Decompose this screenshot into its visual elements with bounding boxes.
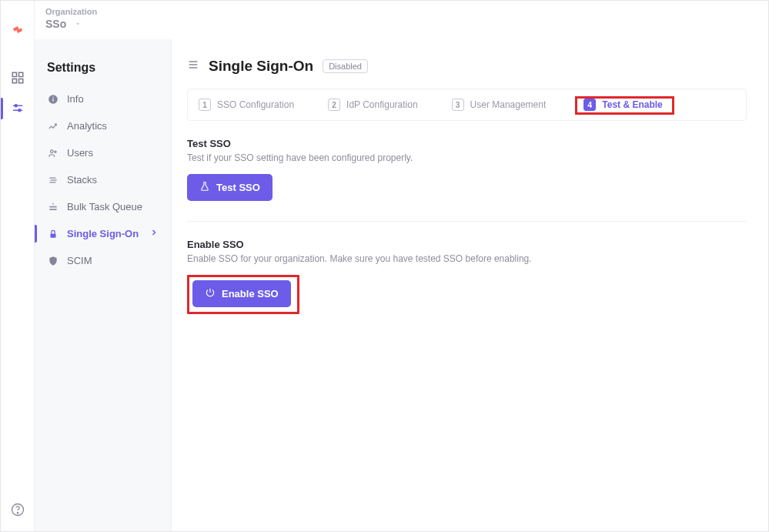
chevron-right-icon [149, 228, 159, 239]
step-number: 3 [452, 99, 464, 111]
svg-rect-1 [18, 72, 22, 76]
step-label: Test & Enable [602, 99, 662, 110]
sidebar-item-label: Info [67, 93, 84, 105]
app-logo [11, 24, 25, 41]
button-label: Enable SSO [222, 288, 279, 299]
annotation-highlight: Enable SSO [187, 275, 299, 314]
sidebar-item-stacks[interactable]: Stacks [35, 166, 171, 193]
rail-item-dashboard[interactable] [1, 62, 34, 93]
lock-icon [47, 229, 59, 239]
step-user-management[interactable]: 3 User Management [452, 99, 547, 111]
stacks-icon [47, 175, 59, 186]
flask-icon [199, 181, 210, 194]
test-sso-button[interactable]: Test SSO [187, 174, 272, 201]
sidebar-item-label: Bulk Task Queue [67, 201, 142, 212]
power-icon [205, 287, 216, 300]
help-icon[interactable] [10, 502, 25, 520]
sidebar-item-label: Analytics [67, 120, 107, 132]
analytics-icon [47, 121, 59, 132]
settings-sidebar: Settings Info Analytics Users [35, 39, 172, 531]
sidebar-item-bulk-task-queue[interactable]: Bulk Task Queue [35, 193, 171, 220]
sidebar-title: Settings [35, 56, 171, 85]
queue-icon [47, 202, 59, 212]
svg-rect-0 [12, 72, 16, 76]
page-title: Single Sign-On [209, 58, 313, 75]
org-select[interactable]: SSo [45, 17, 759, 31]
sidebar-item-label: Single Sign-On [67, 228, 139, 239]
step-number: 2 [328, 99, 340, 111]
button-label: Test SSO [216, 182, 260, 193]
caret-down-icon [74, 17, 82, 31]
step-tabs: 1 SSO Configuration 2 IdP Configuration … [187, 89, 747, 121]
step-label: User Management [470, 99, 547, 110]
shield-icon [47, 256, 59, 266]
sidebar-item-analytics[interactable]: Analytics [35, 112, 171, 139]
sidebar-item-scim[interactable]: SCIM [35, 247, 171, 274]
section-desc: Enable SSO for your organization. Make s… [187, 253, 747, 264]
step-number: 1 [199, 99, 211, 111]
main-content: Single Sign-On Disabled 1 SSO Configurat… [172, 39, 768, 531]
menu-toggle-icon[interactable] [187, 59, 199, 74]
step-sso-configuration[interactable]: 1 SSO Configuration [199, 99, 294, 111]
section-title: Test SSO [187, 138, 747, 149]
sidebar-item-label: SCIM [67, 255, 92, 266]
svg-point-5 [15, 105, 17, 107]
org-bar: Organization SSo [35, 1, 768, 39]
svg-rect-10 [52, 96, 53, 97]
users-icon [47, 148, 59, 159]
step-label: IdP Configuration [346, 99, 418, 110]
svg-point-7 [18, 109, 20, 112]
svg-point-12 [55, 151, 56, 152]
status-badge: Disabled [323, 59, 368, 73]
svg-point-11 [51, 149, 54, 152]
svg-rect-3 [18, 79, 22, 83]
sidebar-item-single-sign-on[interactable]: Single Sign-On [35, 220, 171, 247]
test-sso-section: Test SSO Test if your SSO setting have b… [187, 138, 747, 201]
svg-rect-16 [51, 233, 56, 237]
rail-item-settings[interactable] [1, 93, 34, 124]
info-icon [47, 94, 59, 105]
enable-sso-section: Enable SSO Enable SSO for your organizat… [187, 239, 747, 314]
sidebar-item-label: Users [67, 147, 93, 159]
annotation-highlight: 4 Test & Enable [575, 96, 674, 115]
step-test-enable[interactable]: 4 Test & Enable [583, 99, 662, 111]
svg-rect-9 [52, 98, 53, 101]
section-title: Enable SSO [187, 239, 747, 250]
step-number: 4 [583, 99, 596, 111]
org-name: SSo [45, 18, 66, 30]
divider [187, 221, 747, 222]
enable-sso-button[interactable]: Enable SSO [192, 280, 291, 307]
svg-rect-2 [12, 79, 16, 83]
section-desc: Test if your SSO setting have been confi… [187, 152, 747, 163]
sidebar-item-info[interactable]: Info [35, 85, 171, 112]
org-label: Organization [45, 7, 759, 16]
sidebar-item-users[interactable]: Users [35, 139, 171, 166]
nav-rail [1, 1, 35, 531]
svg-point-21 [17, 513, 18, 514]
step-label: SSO Configuration [217, 99, 294, 110]
sidebar-item-label: Stacks [67, 174, 97, 186]
step-idp-configuration[interactable]: 2 IdP Configuration [328, 99, 418, 111]
